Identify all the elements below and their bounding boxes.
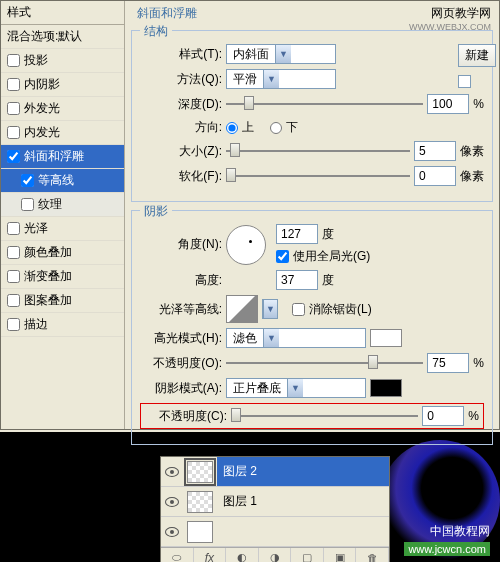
visibility-toggle[interactable] xyxy=(161,497,183,507)
layer-toolbar: ⬭ fx ◐ ◑ ▢ ▣ 🗑 xyxy=(161,547,389,562)
style-pattern-overlay[interactable]: 图案叠加 xyxy=(1,289,124,313)
visibility-toggle[interactable] xyxy=(161,527,183,537)
sidebar-title: 样式 xyxy=(1,1,124,25)
chevron-down-icon[interactable]: ▼ xyxy=(263,300,277,318)
style-outer-glow[interactable]: 外发光 xyxy=(1,97,124,121)
depth-input[interactable]: 100 xyxy=(427,94,469,114)
gloss-label: 光泽等高线: xyxy=(140,301,222,318)
shadow-mode-combo[interactable]: 正片叠底▼ xyxy=(226,378,366,398)
checkbox[interactable] xyxy=(7,270,20,283)
technique-combo[interactable]: 平滑▼ xyxy=(226,69,336,89)
altitude-input[interactable]: 37 xyxy=(276,270,318,290)
direction-up-radio[interactable] xyxy=(226,122,238,134)
shadow-opacity-input[interactable]: 0 xyxy=(422,406,464,426)
global-light-checkbox[interactable] xyxy=(276,250,289,263)
link-icon[interactable]: ⬭ xyxy=(161,548,194,562)
altitude-label: 高度: xyxy=(140,272,222,289)
eye-icon xyxy=(165,527,179,537)
checkbox[interactable] xyxy=(7,78,20,91)
checkbox[interactable] xyxy=(7,150,20,163)
direction-down-radio[interactable] xyxy=(270,122,282,134)
checkbox[interactable] xyxy=(21,174,34,187)
highlight-color-swatch[interactable] xyxy=(370,329,402,347)
trash-icon[interactable]: 🗑 xyxy=(356,548,389,562)
style-stroke[interactable]: 描边 xyxy=(1,313,124,337)
gloss-dropdown[interactable]: ▼ xyxy=(262,299,278,319)
style-texture[interactable]: 纹理 xyxy=(1,193,124,217)
depth-slider[interactable] xyxy=(226,95,423,113)
size-slider[interactable] xyxy=(226,142,410,160)
layers-panel: 图层 2 图层 1 ⬭ fx ◐ ◑ ▢ ▣ 🗑 xyxy=(160,456,390,562)
style-contour[interactable]: 等高线 xyxy=(1,169,124,193)
antialias-checkbox[interactable] xyxy=(292,303,305,316)
layer-row[interactable]: 图层 2 xyxy=(161,457,389,487)
chevron-down-icon[interactable]: ▼ xyxy=(287,379,303,397)
style-combo[interactable]: 内斜面▼ xyxy=(226,44,336,64)
style-gradient-overlay[interactable]: 渐变叠加 xyxy=(1,265,124,289)
layer-row[interactable] xyxy=(161,517,389,547)
checkbox[interactable] xyxy=(7,126,20,139)
layer-name[interactable] xyxy=(217,517,389,546)
styles-sidebar: 样式 混合选项:默认 投影 内阴影 外发光 内发光 斜面和浮雕 等高线 纹理 光… xyxy=(1,1,125,429)
checkbox[interactable] xyxy=(7,318,20,331)
chevron-down-icon[interactable]: ▼ xyxy=(263,329,279,347)
highlight-opacity-slider[interactable] xyxy=(226,354,423,372)
checkbox[interactable] xyxy=(7,102,20,115)
layer-name[interactable]: 图层 1 xyxy=(217,487,389,516)
angle-input[interactable]: 127 xyxy=(276,224,318,244)
fx-icon[interactable]: fx xyxy=(194,548,227,562)
brand-watermark: 网页教学网 WWW.WEBJX.COM xyxy=(409,5,491,32)
layer-name[interactable]: 图层 2 xyxy=(217,457,389,486)
style-bevel-emboss[interactable]: 斜面和浮雕 xyxy=(1,145,124,169)
size-label: 大小(Z): xyxy=(140,143,222,160)
highlighted-row: 不透明度(C): 0 % xyxy=(140,403,484,429)
eye-icon xyxy=(165,497,179,507)
highlight-mode-combo[interactable]: 滤色▼ xyxy=(226,328,366,348)
layer-thumbnail[interactable] xyxy=(187,461,213,483)
structure-group: 结构 样式(T): 内斜面▼ 方法(Q): 平滑▼ 深度(D): 100 % 方… xyxy=(131,30,493,202)
style-drop-shadow[interactable]: 投影 xyxy=(1,49,124,73)
tutorial-watermark: 中国教程网 www.jcwcn.com xyxy=(404,523,490,556)
soften-label: 软化(F): xyxy=(140,168,222,185)
soften-slider[interactable] xyxy=(226,167,410,185)
shadow-mode-label: 阴影模式(A): xyxy=(140,380,222,397)
visibility-toggle[interactable] xyxy=(161,467,183,477)
shading-title: 阴影 xyxy=(140,203,172,220)
checkbox[interactable] xyxy=(7,222,20,235)
style-inner-glow[interactable]: 内发光 xyxy=(1,121,124,145)
chevron-down-icon[interactable]: ▼ xyxy=(275,45,291,63)
highlight-opacity-input[interactable]: 75 xyxy=(427,353,469,373)
highlight-opacity-label: 不透明度(O): xyxy=(140,355,222,372)
eye-icon xyxy=(165,467,179,477)
shadow-opacity-label: 不透明度(C): xyxy=(145,408,227,425)
adjustment-icon[interactable]: ◑ xyxy=(259,548,292,562)
folder-icon[interactable]: ▢ xyxy=(291,548,324,562)
checkbox[interactable] xyxy=(7,246,20,259)
angle-label: 角度(N): xyxy=(140,236,222,253)
checkbox[interactable] xyxy=(21,198,34,211)
layer-thumbnail[interactable] xyxy=(187,521,213,543)
shadow-color-swatch[interactable] xyxy=(370,379,402,397)
soften-input[interactable]: 0 xyxy=(414,166,456,186)
layer-thumbnail[interactable] xyxy=(187,491,213,513)
new-layer-icon[interactable]: ▣ xyxy=(324,548,357,562)
direction-label: 方向: xyxy=(140,119,222,136)
checkbox[interactable] xyxy=(7,54,20,67)
style-inner-shadow[interactable]: 内阴影 xyxy=(1,73,124,97)
checkbox[interactable] xyxy=(7,294,20,307)
size-input[interactable]: 5 xyxy=(414,141,456,161)
mask-icon[interactable]: ◐ xyxy=(226,548,259,562)
layer-row[interactable]: 图层 1 xyxy=(161,487,389,517)
depth-label: 深度(D): xyxy=(140,96,222,113)
structure-title: 结构 xyxy=(140,23,172,40)
preview-checkbox[interactable] xyxy=(458,75,471,88)
shadow-opacity-slider[interactable] xyxy=(231,407,418,425)
angle-dial[interactable] xyxy=(226,225,266,265)
style-satin[interactable]: 光泽 xyxy=(1,217,124,241)
chevron-down-icon[interactable]: ▼ xyxy=(263,70,279,88)
style-color-overlay[interactable]: 颜色叠加 xyxy=(1,241,124,265)
new-style-button[interactable]: 新建 xyxy=(458,44,496,67)
technique-label: 方法(Q): xyxy=(140,71,222,88)
gloss-contour-picker[interactable] xyxy=(226,295,258,323)
blend-options[interactable]: 混合选项:默认 xyxy=(1,25,124,49)
